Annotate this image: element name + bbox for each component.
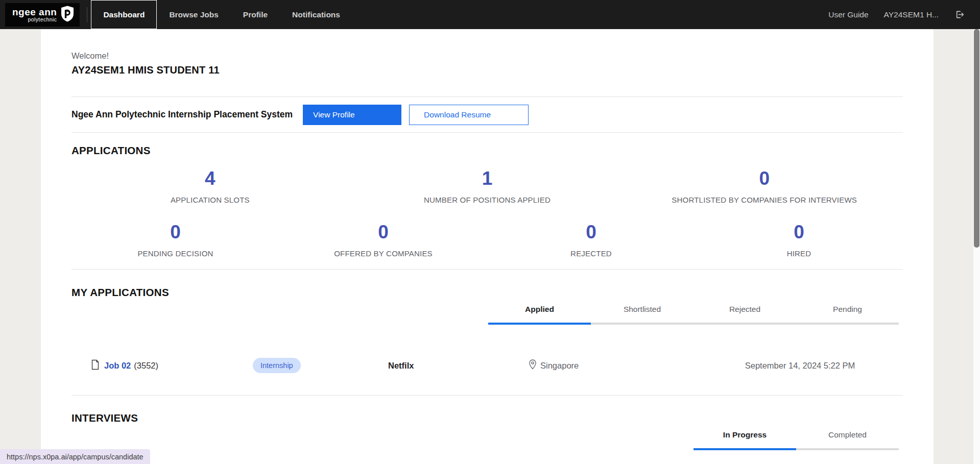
my-applications-tabs: Applied Shortlisted Rejected Pending <box>71 305 899 325</box>
logo-line1: ngee ann <box>12 7 57 17</box>
applications-stats-row-1: 4 APPLICATION SLOTS 1 NUMBER OF POSITION… <box>71 168 903 204</box>
applications-heading: APPLICATIONS <box>71 144 903 157</box>
stat-label: APPLICATION SLOTS <box>71 196 349 204</box>
download-resume-button[interactable]: Download Resume <box>409 105 529 125</box>
stat-label: HIRED <box>695 249 903 258</box>
welcome-section: Welcome! AY24SEM1 HMIS STUDENT 11 <box>71 29 903 76</box>
stat-label: OFFERED BY COMPANIES <box>279 249 487 258</box>
student-name: AY24SEM1 HMIS STUDENT 11 <box>71 64 903 76</box>
welcome-greeting: Welcome! <box>71 51 903 61</box>
nav-menu: Dashboard Browse Jobs Profile Notificati… <box>91 0 352 29</box>
tab-rejected[interactable]: Rejected <box>694 305 796 325</box>
tab-completed[interactable]: Completed <box>796 430 899 450</box>
stat-pending-decision: 0 PENDING DECISION <box>71 222 279 258</box>
stat-value: 4 <box>71 168 349 189</box>
job-id: (3552) <box>134 361 158 371</box>
stat-application-slots: 4 APPLICATION SLOTS <box>71 168 349 204</box>
nav-item-browse-jobs[interactable]: Browse Jobs <box>157 0 230 29</box>
top-navbar: ngee ann polytechnic Dashboard Browse Jo… <box>0 0 980 29</box>
stat-label: PENDING DECISION <box>71 249 279 258</box>
logo-line2: polytechnic <box>28 17 57 22</box>
vertical-scrollbar[interactable] <box>973 29 980 464</box>
account-menu[interactable]: AY24SEM1 H... <box>884 10 939 19</box>
shield-logo-icon <box>60 6 75 24</box>
stat-rejected: 0 REJECTED <box>487 222 695 258</box>
stat-value: 1 <box>349 168 626 189</box>
application-date: September 14, 2024 5:22 PM <box>697 361 903 371</box>
application-row: Job 02 (3552) Internship Netfilx Singapo… <box>71 353 903 378</box>
document-icon <box>91 359 100 372</box>
dashboard-content: Welcome! AY24SEM1 HMIS STUDENT 11 Ngee A… <box>41 29 934 464</box>
ngee-ann-logo[interactable]: ngee ann polytechnic <box>5 3 80 27</box>
stat-value: 0 <box>695 222 903 242</box>
view-profile-button[interactable]: View Profile <box>303 105 401 125</box>
interviews-tabs: In Progress Completed <box>71 430 899 450</box>
applications-section: APPLICATIONS 4 APPLICATION SLOTS 1 NUMBE… <box>71 133 903 269</box>
applications-stats-row-2: 0 PENDING DECISION 0 OFFERED BY COMPANIE… <box>71 222 903 269</box>
tab-shortlisted[interactable]: Shortlisted <box>591 305 694 325</box>
interviews-heading: INTERVIEWS <box>71 412 903 424</box>
stat-offered: 0 OFFERED BY COMPANIES <box>279 222 487 258</box>
nav-separator <box>87 7 87 22</box>
tab-applied[interactable]: Applied <box>488 305 591 325</box>
interviews-section: INTERVIEWS In Progress Completed <box>71 396 903 450</box>
stat-label: REJECTED <box>487 249 695 258</box>
tab-pending[interactable]: Pending <box>796 305 899 325</box>
scrollbar-thumb[interactable] <box>974 29 979 248</box>
stat-hired: 0 HIRED <box>695 222 903 258</box>
stat-value: 0 <box>71 222 279 242</box>
stat-positions-applied: 1 NUMBER OF POSITIONS APPLIED <box>349 168 626 204</box>
company-name: Netfilx <box>388 361 529 371</box>
browser-status-url: https://nps.x0pa.ai/app/campus/candidate <box>0 449 150 464</box>
location-pin-icon <box>529 359 537 372</box>
stat-label: SHORTLISTED BY COMPANIES FOR INTERVIEWS <box>626 196 903 204</box>
job-title-link[interactable]: Job 02 <box>104 361 131 371</box>
job-type-badge: Internship <box>253 358 301 373</box>
job-location: Singapore <box>540 361 579 371</box>
my-applications-heading: MY APPLICATIONS <box>71 286 903 299</box>
nav-item-notifications[interactable]: Notifications <box>280 0 352 29</box>
stat-value: 0 <box>626 168 903 189</box>
profile-actions-section: Ngee Ann Polytechnic Internship Placemen… <box>71 97 903 132</box>
stat-shortlisted: 0 SHORTLISTED BY COMPANIES FOR INTERVIEW… <box>626 168 903 204</box>
stat-label: NUMBER OF POSITIONS APPLIED <box>349 196 626 204</box>
stat-value: 0 <box>279 222 487 242</box>
nav-item-dashboard[interactable]: Dashboard <box>91 0 157 29</box>
my-applications-section: MY APPLICATIONS Applied Shortlisted Reje… <box>71 270 903 378</box>
system-title: Ngee Ann Polytechnic Internship Placemen… <box>71 109 293 120</box>
nav-item-profile[interactable]: Profile <box>231 0 280 29</box>
tab-in-progress[interactable]: In Progress <box>694 430 796 450</box>
user-guide-link[interactable]: User Guide <box>828 10 868 19</box>
stat-value: 0 <box>487 222 695 242</box>
logout-icon[interactable] <box>954 9 965 20</box>
